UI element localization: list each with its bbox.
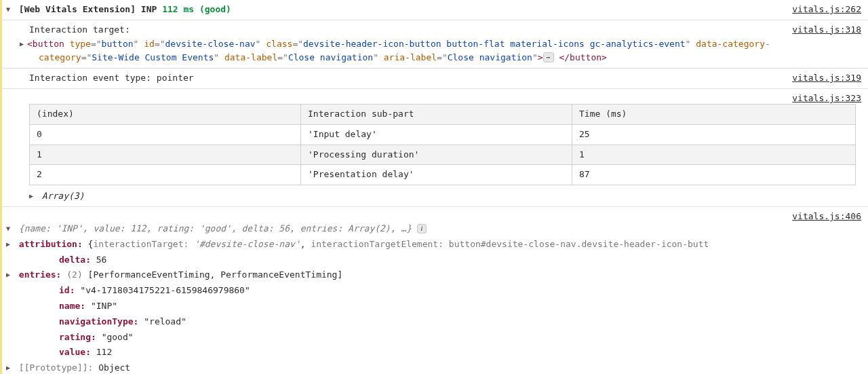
disclosure-icon[interactable]: ▶	[6, 269, 14, 280]
table-header: (index)	[30, 104, 301, 124]
attr-name: data-category	[696, 39, 765, 49]
attr-name: class	[266, 39, 292, 49]
prop-val: Object	[98, 362, 130, 373]
attr-value: Close navigation	[448, 52, 532, 62]
log-line-header: ▼ [Web Vitals Extension] INP 112 ms (goo…	[0, 0, 868, 20]
metric-value: 112 ms	[162, 4, 194, 14]
prop-val: 112	[96, 347, 112, 357]
source-link[interactable]: vitals.js:318	[792, 23, 861, 37]
cell-index: 2	[30, 165, 301, 185]
prop-val: "reload"	[144, 316, 186, 326]
prop-key: navigationType:	[59, 316, 138, 326]
attr-name: aria-label	[384, 52, 437, 62]
log-line-object: vitals.js:406 ▼ {name: 'INP', value: 112…	[0, 207, 868, 374]
attr-value: Site-Wide Custom Events	[92, 52, 214, 62]
metric-name: INP	[141, 4, 157, 14]
prop-val: "v4-1718034175221-6159846979860"	[80, 285, 250, 295]
html-open: <	[27, 39, 33, 49]
array-label[interactable]: Array(3)	[42, 191, 85, 201]
log-line-table: vitals.js:323 (index) Interaction sub-pa…	[0, 89, 868, 207]
attr-value: button	[102, 39, 134, 49]
source-link[interactable]: vitals.js:406	[792, 210, 861, 224]
event-type-text: Interaction event type: pointer	[6, 71, 863, 86]
attr-value: devsite-close-nav	[165, 39, 256, 49]
log-line-event-type: vitals.js:319 Interaction event type: po…	[0, 69, 868, 89]
extension-prefix: [Web Vitals Extension]	[19, 4, 136, 14]
prop-key: interactionTarget:	[93, 239, 189, 249]
object-summary[interactable]: {name: 'INP', value: 112, rating: 'good'…	[19, 223, 412, 233]
html-tag: button	[33, 39, 64, 49]
cell-subpart: 'Processing duration'	[301, 145, 572, 165]
prop-key: attribution:	[19, 239, 83, 249]
prop-val: "INP"	[91, 301, 117, 311]
disclosure-icon[interactable]: ▼	[6, 4, 14, 15]
info-icon[interactable]: i	[417, 224, 427, 233]
prop-key: name:	[59, 301, 85, 311]
disclosure-icon[interactable]: ▶	[20, 39, 27, 50]
table-row: 1 'Processing duration' 1	[30, 145, 856, 165]
table-header-row: (index) Interaction sub-part Time (ms)	[30, 104, 856, 124]
prop-key: [[Prototype]]:	[19, 362, 94, 373]
prop-key: id:	[59, 285, 75, 295]
html-close: </button>	[554, 52, 607, 62]
attr-name: data-label	[224, 52, 277, 62]
prop-key: entries:	[19, 269, 62, 280]
disclosure-icon[interactable]: ▼	[6, 223, 14, 234]
cell-index: 0	[30, 124, 301, 145]
prop-key: interactionTargetElement:	[311, 239, 443, 249]
interaction-target-label: Interaction target:	[6, 23, 863, 37]
cell-index: 1	[30, 145, 301, 165]
prop-val: [PerformanceEventTiming, PerformanceEven…	[88, 269, 343, 280]
cell-time: 87	[572, 165, 856, 185]
log-line-target: vitals.js:318 Interaction target: ▶<butt…	[0, 20, 868, 69]
attr-name: type	[70, 39, 91, 49]
prop-val: "good"	[102, 332, 134, 342]
prop-key: rating:	[59, 332, 96, 342]
source-link[interactable]: vitals.js:319	[792, 71, 861, 86]
table-row: 0 'Input delay' 25	[30, 124, 856, 145]
metric-rating: (good)	[199, 4, 231, 14]
entries-count: (2)	[66, 269, 82, 280]
cell-subpart: 'Input delay'	[301, 124, 572, 145]
attr-name: id	[144, 39, 155, 49]
attr-value: Close navigation	[288, 52, 373, 62]
table-header: Time (ms)	[572, 104, 856, 124]
source-link[interactable]: vitals.js:323	[792, 92, 861, 106]
cell-subpart: 'Presentation delay'	[301, 165, 572, 185]
ellipsis-badge[interactable]: ⋯	[543, 52, 554, 62]
table-header: Interaction sub-part	[301, 104, 572, 124]
prop-key: delta:	[59, 255, 91, 265]
disclosure-icon[interactable]: ▶	[29, 191, 37, 202]
prop-val: '#devsite-close-nav'	[194, 239, 300, 249]
attr-value: devsite-header-icon-button button-flat m…	[303, 39, 686, 49]
prop-key: value:	[59, 347, 91, 357]
cell-time: 25	[572, 124, 856, 145]
breakdown-table: (index) Interaction sub-part Time (ms) 0…	[29, 104, 856, 185]
prop-val: button#devsite-close-nav.devsite-header-…	[449, 239, 709, 249]
prop-val: 56	[96, 255, 107, 265]
attr-name: category	[39, 52, 81, 62]
cell-time: 1	[572, 145, 856, 165]
source-link[interactable]: vitals.js:262	[792, 3, 861, 17]
disclosure-icon[interactable]: ▶	[6, 362, 14, 373]
disclosure-icon[interactable]: ▶	[6, 239, 14, 250]
table-row: 2 'Presentation delay' 87	[30, 165, 856, 185]
